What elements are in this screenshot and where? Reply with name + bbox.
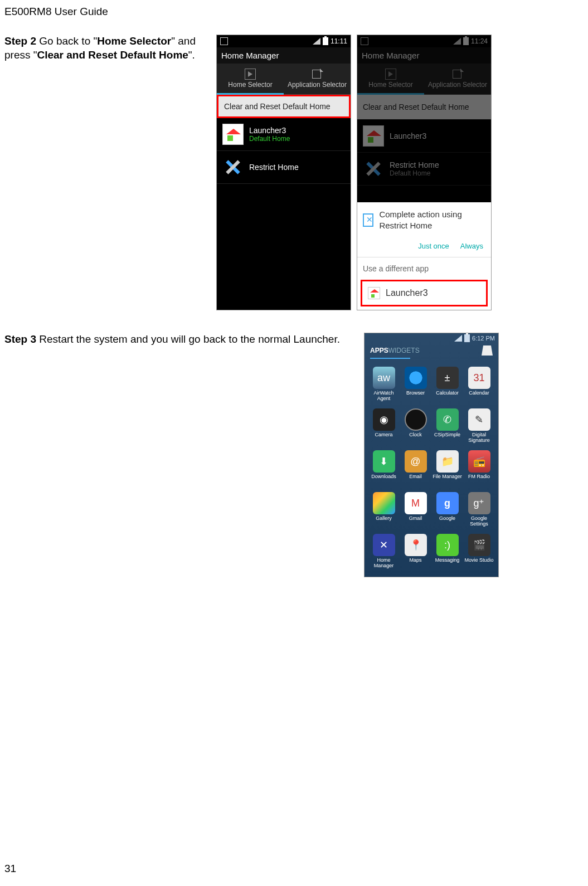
app-movie-studio[interactable]: 🎬Movie Studio: [464, 534, 494, 569]
tab-app-selector[interactable]: Application Selector: [284, 64, 351, 95]
restrict-home-dialog-icon: [363, 213, 373, 227]
step2-row: Step 2 Go back to "Home Selector" and pr…: [0, 35, 588, 310]
phone1-app-title: Home Manager: [217, 47, 351, 64]
signal-icon: [313, 38, 320, 45]
app-label: Google: [439, 516, 455, 527]
phone1-time: 11:11: [331, 37, 347, 45]
app-icon: ◉: [373, 408, 395, 431]
app-label: Calendar: [469, 391, 489, 402]
wrench-icon: [222, 157, 244, 178]
clear-reset-item[interactable]: Clear and Reset Default Home: [357, 95, 491, 120]
app-icon: ⬇: [373, 450, 395, 473]
phone1-tabs: Home Selector Application Selector: [217, 64, 351, 95]
app-airwatch-agent[interactable]: awAirWatch Agent: [369, 367, 399, 402]
app-label: Camera: [375, 432, 392, 444]
step3-body: Restart the system and you will go back …: [36, 333, 340, 345]
app-calculator[interactable]: ±Calculator: [433, 367, 462, 402]
app-gmail[interactable]: MGmail: [401, 492, 430, 527]
app-label: Movie Studio: [464, 558, 493, 569]
launcher3-label: Launcher3: [390, 132, 426, 140]
app-label: CSipSimple: [434, 432, 460, 444]
app-maps[interactable]: 📍Maps: [401, 534, 430, 569]
tab-apps[interactable]: APPS: [370, 347, 388, 354]
step3-label: Step 3: [4, 333, 36, 345]
phone2-time: 11:24: [471, 37, 488, 45]
app-label: Messaging: [435, 558, 460, 569]
app-label: Home Manager: [369, 558, 399, 569]
step3-row: Step 3 Restart the system and you will g…: [0, 333, 588, 577]
app-file-manager[interactable]: 📁File Manager: [433, 450, 462, 485]
app-fm-radio[interactable]: 📻FM Radio: [464, 450, 494, 485]
app-email[interactable]: @Email: [401, 450, 430, 485]
tab2-label: Application Selector: [288, 81, 347, 89]
default-home-label: Default Home: [249, 135, 290, 143]
app-google-settings[interactable]: g⁺Google Settings: [464, 492, 494, 527]
clear-reset-label: Clear and Reset Default Home: [224, 102, 331, 111]
app-icon: 📁: [436, 450, 459, 473]
use-different-label: Use a different app: [357, 257, 491, 280]
clear-reset-item[interactable]: Clear and Reset Default Home: [217, 95, 351, 118]
app-label: Digital Signature: [464, 432, 494, 444]
app-icon: ✆: [436, 408, 459, 431]
document-header: E500RM8 User Guide: [0, 6, 588, 18]
dialog-text: Complete action using Restrict Home: [379, 209, 485, 231]
app-icon: 📍: [405, 534, 427, 556]
app-icon: ✕: [373, 534, 395, 556]
tab2-label: Application Selector: [428, 81, 487, 89]
launcher-status-bar: 6:12 PM: [365, 333, 498, 343]
app-home-manager[interactable]: ✕Home Manager: [369, 534, 399, 569]
app-browser[interactable]: Browser: [401, 367, 430, 402]
notification-icon: [220, 37, 228, 45]
restrict-home-item[interactable]: Restrict Home Default Home: [357, 153, 491, 186]
tab-app-selector[interactable]: Application Selector: [424, 64, 491, 95]
launcher3-label: Launcher3: [249, 126, 290, 135]
step2-bold1: Home Selector: [97, 35, 171, 47]
app-label: Google Settings: [464, 516, 494, 527]
shop-icon[interactable]: [482, 345, 493, 356]
restrict-home-item[interactable]: Restrict Home: [217, 151, 351, 184]
tab1-label: Home Selector: [368, 81, 412, 89]
complete-action-dialog: Complete action using Restrict Home Just…: [357, 202, 491, 310]
app-label: Maps: [409, 558, 421, 569]
app-camera[interactable]: ◉Camera: [369, 408, 399, 444]
app-clock[interactable]: Clock: [401, 408, 430, 444]
default-home-label: Default Home: [390, 169, 439, 177]
launcher3-item[interactable]: Launcher3 Default Home: [217, 118, 351, 151]
play-icon: [385, 69, 396, 80]
app-icon: @: [405, 450, 427, 473]
app-calendar[interactable]: 31Calendar: [464, 367, 494, 402]
tab1-label: Home Selector: [228, 81, 272, 89]
page-number: 31: [4, 863, 16, 875]
step2-bold2: Clear and Reset Default Home: [37, 49, 188, 61]
dialog-header: Complete action using Restrict Home: [357, 202, 491, 237]
app-label: Clock: [409, 432, 422, 444]
app-icon: ±: [436, 367, 459, 389]
app-icon: g: [436, 492, 459, 514]
battery-icon: [323, 37, 328, 45]
notification-icon: [361, 37, 368, 45]
tab-widgets[interactable]: WIDGETS: [388, 347, 420, 354]
always-button[interactable]: Always: [460, 242, 483, 250]
app-csipsimple[interactable]: ✆CSipSimple: [433, 408, 462, 444]
tab-home-selector[interactable]: Home Selector: [357, 64, 424, 95]
play-icon: [245, 69, 256, 80]
app-icon: [405, 408, 427, 431]
step2-screenshots: 11:11 Home Manager Home Selector Applica…: [216, 35, 492, 310]
tab-home-selector[interactable]: Home Selector: [217, 64, 284, 95]
just-once-button[interactable]: Just once: [418, 242, 449, 250]
launcher3-icon: [222, 124, 244, 145]
app-digital-signature[interactable]: ✎Digital Signature: [464, 408, 494, 444]
clear-reset-label: Clear and Reset Default Home: [363, 103, 469, 111]
app-icon: ✎: [468, 408, 490, 431]
launcher3-option-label: Launcher3: [386, 288, 428, 298]
app-downloads[interactable]: ⬇Downloads: [369, 450, 399, 485]
app-grid: awAirWatch AgentBrowser±Calculator31Cale…: [365, 359, 498, 577]
app-icon: g⁺: [468, 492, 490, 514]
launcher3-option[interactable]: Launcher3: [361, 280, 488, 306]
app-google[interactable]: gGoogle: [433, 492, 462, 527]
app-messaging[interactable]: :)Messaging: [433, 534, 462, 569]
app-icon: 31: [468, 367, 490, 389]
launcher3-item[interactable]: Launcher3: [357, 120, 491, 153]
share-icon: [453, 70, 463, 80]
app-gallery[interactable]: Gallery: [369, 492, 399, 527]
